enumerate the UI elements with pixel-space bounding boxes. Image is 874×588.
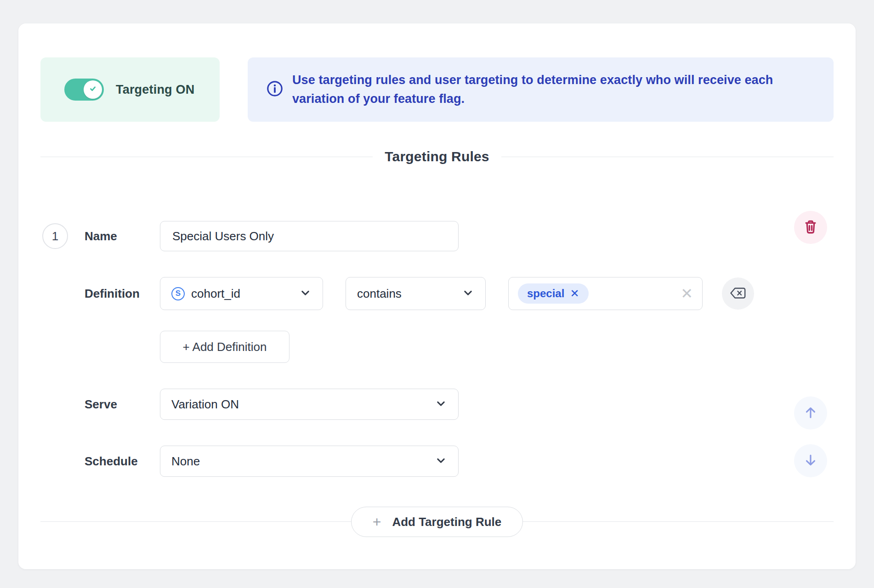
targeting-toggle[interactable] [64, 79, 104, 101]
rule-name-input[interactable] [160, 221, 459, 251]
rule-serve-row: Serve Variation ON [40, 389, 834, 420]
clear-values-x-icon[interactable]: ✕ [681, 286, 693, 301]
rule-schedule-row: Schedule None [40, 446, 834, 477]
rule-number-badge: 1 [42, 223, 68, 249]
definition-label: Definition [85, 277, 160, 310]
rule-definition-row: Definition S cohort_id contains [40, 277, 834, 363]
targeting-rule-1: 1 Name Definition S cohort_id [40, 221, 834, 477]
definition-operator-select[interactable]: contains [346, 277, 486, 310]
value-chip: special ✕ [518, 283, 589, 304]
backspace-icon [729, 286, 747, 301]
footer-bar: + Add Targeting Rule [40, 507, 834, 537]
targeting-toggle-pill: Targeting ON [40, 57, 220, 122]
add-targeting-rule-button[interactable]: + Add Targeting Rule [351, 507, 523, 537]
targeting-toggle-label: Targeting ON [116, 83, 194, 97]
name-label: Name [85, 229, 160, 243]
move-rule-up-button[interactable] [794, 396, 827, 430]
segment-s-icon: S [171, 287, 185, 300]
schedule-value: None [171, 454, 200, 469]
info-icon [266, 80, 284, 99]
info-banner-text: Use targeting rules and user targeting t… [292, 71, 815, 108]
chip-remove-x-icon[interactable]: ✕ [570, 288, 579, 299]
divider-left [40, 157, 373, 157]
delete-rule-button[interactable] [794, 211, 827, 244]
value-chip-text: special [527, 287, 564, 300]
chevron-down-icon [435, 454, 447, 469]
definition-controls: S cohort_id contains [160, 277, 754, 363]
add-definition-button[interactable]: + Add Definition [160, 331, 289, 363]
chevron-down-icon [435, 397, 447, 412]
schedule-select[interactable]: None [160, 446, 459, 477]
schedule-label: Schedule [85, 454, 160, 469]
plus-icon: + [373, 514, 381, 529]
top-banners: Targeting ON Use targeting rules and use… [40, 57, 834, 122]
check-icon [87, 83, 98, 96]
definition-field-value: S cohort_id [171, 287, 240, 301]
definition-field-text: cohort_id [191, 287, 240, 301]
serve-value: Variation ON [171, 397, 239, 412]
move-rule-down-button[interactable] [794, 444, 827, 477]
arrow-down-icon [802, 452, 819, 470]
targeting-card: Targeting ON Use targeting rules and use… [18, 23, 856, 569]
chevron-down-icon [299, 287, 312, 301]
divider-right [501, 157, 834, 157]
definition-operator-value: contains [357, 287, 402, 301]
add-targeting-rule-label: Add Targeting Rule [392, 515, 501, 529]
chevron-down-icon [462, 287, 474, 301]
section-title: Targeting Rules [385, 149, 489, 164]
toggle-knob [84, 80, 102, 99]
trash-icon [802, 219, 819, 237]
rule-name-row: 1 Name [40, 221, 834, 251]
info-banner: Use targeting rules and user targeting t… [248, 57, 834, 122]
definition-values-input[interactable]: special ✕ ✕ [508, 277, 703, 310]
definition-field-select[interactable]: S cohort_id [160, 277, 323, 310]
serve-label: Serve [85, 397, 160, 412]
serve-select[interactable]: Variation ON [160, 389, 459, 420]
section-header: Targeting Rules [40, 147, 834, 166]
definition-line: S cohort_id contains [160, 277, 754, 310]
backspace-button[interactable] [722, 277, 754, 310]
arrow-up-icon [802, 404, 819, 422]
